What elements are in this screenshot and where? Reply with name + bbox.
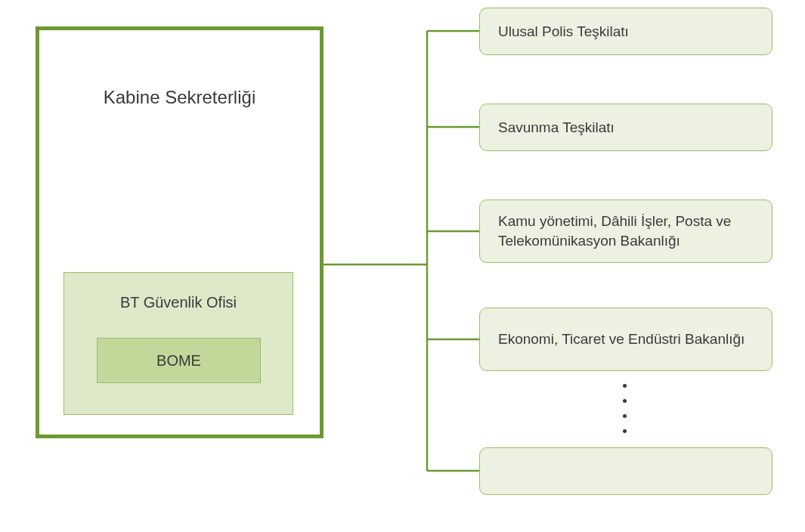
leaf-label: Ulusal Polis Teşkilatı — [498, 22, 629, 42]
bome-label: BOME — [156, 352, 201, 370]
bt-guvenlik-ofisi-label: BT Güvenlik Ofisi — [64, 294, 293, 311]
leaf-label: Ekonomi, Ticaret ve Endüstri Bakanlığı — [498, 329, 745, 349]
leaf-label: Savunma Teşkilatı — [498, 118, 615, 138]
leaf-kamu-yonetimi: Kamu yönetimi, Dâhili İşler, Posta ve Te… — [479, 200, 772, 263]
main-title: Kabine Sekreterliği — [39, 87, 320, 108]
leaf-empty — [479, 447, 772, 495]
leaf-label: Kamu yönetimi, Dâhili İşler, Posta ve Te… — [498, 212, 754, 250]
leaf-ulusal-polis: Ulusal Polis Teşkilatı — [479, 8, 772, 55]
ellipsis-icon — [620, 378, 629, 438]
box-bome: BOME — [97, 338, 261, 383]
org-diagram: Kabine Sekreterliği BT Güvenlik Ofisi BO… — [0, 0, 805, 532]
leaf-savunma: Savunma Teşkilatı — [479, 104, 772, 151]
leaf-ekonomi: Ekonomi, Ticaret ve Endüstri Bakanlığı — [479, 308, 772, 371]
